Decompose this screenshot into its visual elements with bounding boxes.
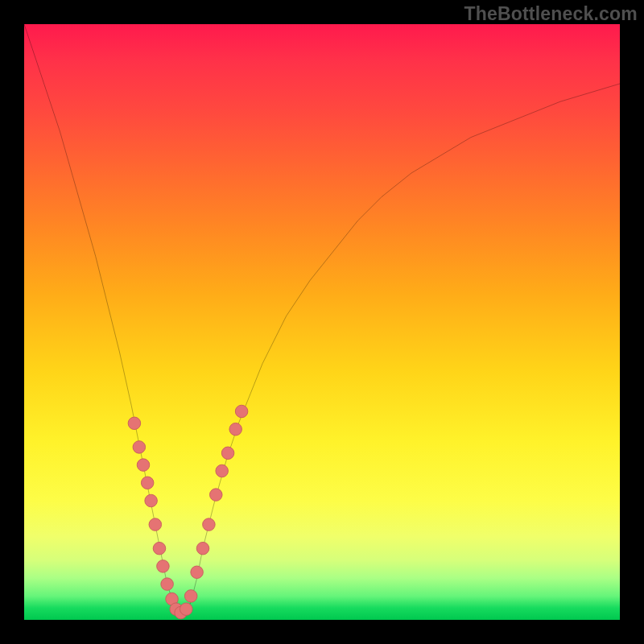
sample-dot	[133, 441, 146, 454]
sample-dot	[203, 518, 216, 531]
sample-dots-group	[128, 405, 248, 619]
sample-dot	[157, 560, 170, 573]
sample-dot	[229, 423, 242, 436]
plot-area	[24, 24, 620, 620]
watermark-text: TheBottleneck.com	[464, 3, 638, 25]
chart-svg	[24, 24, 620, 620]
sample-dot	[221, 447, 234, 460]
sample-dot	[161, 578, 174, 591]
sample-dot	[184, 590, 197, 603]
sample-dot	[180, 603, 193, 616]
sample-dot	[145, 494, 158, 507]
sample-dot	[216, 464, 229, 477]
sample-dot	[191, 566, 204, 579]
sample-dot	[196, 542, 209, 555]
sample-dot	[137, 459, 150, 472]
sample-dot	[141, 477, 154, 489]
sample-dot	[149, 518, 162, 531]
sample-dot	[153, 542, 166, 555]
chart-frame: TheBottleneck.com	[0, 0, 644, 644]
sample-dot	[235, 405, 248, 418]
sample-dot	[128, 417, 141, 430]
bottleneck-curve	[24, 24, 620, 614]
sample-dot	[210, 489, 223, 502]
